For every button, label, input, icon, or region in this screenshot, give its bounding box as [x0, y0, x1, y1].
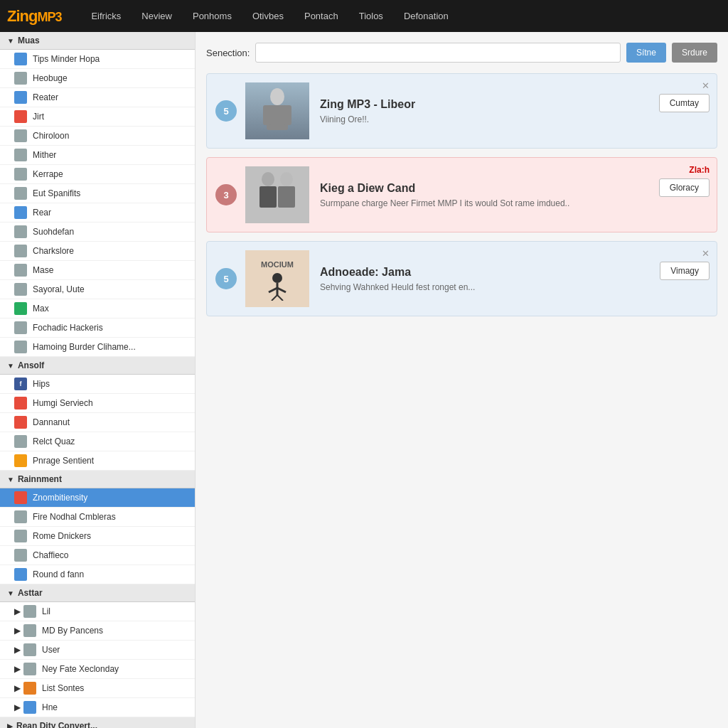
arrow-icon: ▼ [7, 476, 14, 483]
sidebar-item-2-2[interactable]: Rome Dnickers [0, 527, 195, 546]
sidebar-item-0-0[interactable]: Tips Minder Hopa [0, 50, 195, 69]
item-label: Lil [42, 606, 50, 616]
sidebar-item-0-12[interactable]: Sayoral, Uute [0, 280, 195, 299]
card-action-button[interactable]: Cumtay [659, 94, 710, 112]
svg-point-8 [272, 273, 282, 283]
card-subtitle: Viining Ore!!. [320, 114, 708, 124]
item-label: MD By Pancens [42, 626, 103, 636]
item-icon [23, 624, 36, 637]
sidebar-item-0-6[interactable]: Kerrape [0, 165, 195, 184]
item-label: Hne [42, 702, 58, 712]
item-icon [14, 510, 27, 523]
card-action-button[interactable]: Gloracy [659, 178, 710, 197]
item-icon: f [14, 378, 27, 390]
item-label: Kerrape [33, 169, 63, 179]
sidebar-item-0-4[interactable]: Chiroloon [0, 127, 195, 146]
item-label: Znombitiensity [33, 493, 87, 503]
card-action-button[interactable]: Vimagy [660, 262, 710, 280]
sidebar-item-2-3[interactable]: Chaffieco [0, 546, 195, 565]
sidebar-item-0-7[interactable]: Eut Spanifits [0, 184, 195, 203]
sidebar-item-3-5[interactable]: ▶Hne [0, 698, 195, 717]
item-label: Max [33, 304, 49, 314]
nav-item-neview[interactable]: Neview [133, 7, 181, 25]
item-icon [14, 110, 27, 123]
card-2: 5MOCIUMAdnoeade: JamaSehving Wahnked Heu… [206, 241, 717, 316]
item-icon [23, 643, 36, 656]
sidebar-item-1-4[interactable]: Pnrage Sentient [0, 451, 195, 471]
sidebar-item-3-0[interactable]: ▶Lil [0, 602, 195, 621]
sidebar-item-2-0[interactable]: Znombitiensity [0, 488, 195, 508]
svg-line-12 [272, 295, 277, 301]
item-label: Tips Minder Hopa [33, 54, 100, 64]
sidebar-item-0-15[interactable]: Hamoing Burder Clihame... [0, 338, 195, 357]
item-label: Fochadic Hackeris [33, 323, 103, 333]
sidebar-section-1[interactable]: ▼Ansolf [0, 357, 195, 375]
sidebar-item-2-4[interactable]: Round d fann [0, 565, 195, 584]
sidebar-item-3-4[interactable]: ▶List Sontes [0, 679, 195, 698]
item-label: Round d fann [33, 569, 84, 579]
card-title: Adnoeade: Jama [320, 266, 708, 279]
sidebar-item-3-3[interactable]: ▶Ney Fate Xeclonday [0, 660, 195, 679]
svg-rect-3 [283, 105, 291, 125]
svg-point-0 [270, 88, 284, 105]
item-label: Rome Dnickers [33, 531, 91, 541]
item-icon [14, 245, 27, 257]
sidebar-item-0-3[interactable]: Jirt [0, 107, 195, 127]
item-label: Relct Quaz [33, 437, 75, 446]
card-0: 5Zing MP3 - LibeorViining Ore!!.✕Cumtay [206, 73, 717, 149]
item-label: Pnrage Sentient [33, 456, 94, 466]
sidebar-item-3-1[interactable]: ▶MD By Pancens [0, 621, 195, 641]
expand-icon: ▶ [14, 606, 21, 616]
sidebar-section-3[interactable]: ▼Asttar [0, 584, 195, 602]
search-input[interactable] [255, 43, 621, 63]
sidebar-item-1-3[interactable]: Relct Quaz [0, 432, 195, 451]
item-label: Reater [33, 92, 58, 102]
sidebar-item-0-10[interactable]: Charkslore [0, 242, 195, 261]
sidebar-item-1-2[interactable]: Dannanut [0, 413, 195, 432]
close-button[interactable]: ✕ [702, 81, 710, 90]
item-icon [14, 283, 27, 296]
expand-icon: ▶ [14, 626, 21, 636]
sidebar-item-1-1[interactable]: Humgi Serviech [0, 394, 195, 413]
item-label: Suohdefan [33, 227, 74, 237]
item-label: Chaffieco [33, 550, 68, 560]
section-title: Muas [18, 36, 40, 46]
sidebar-item-0-5[interactable]: Mither [0, 146, 195, 165]
sidebar-item-0-2[interactable]: Reater [0, 88, 195, 107]
card-thumbnail: MOCIUM [245, 250, 309, 307]
sidebar-item-2-1[interactable]: Fire Nodhal Cmbleras [0, 508, 195, 527]
sidebar-section-2[interactable]: ▼Rainnment [0, 471, 195, 488]
content-area: Senection: Sítne Srdure 5Zing MP3 - Libe… [196, 32, 728, 728]
item-icon [14, 397, 27, 410]
sidebar-item-0-11[interactable]: Mase [0, 261, 195, 280]
nav-item-pontach[interactable]: Pontach [296, 7, 347, 25]
sidebar-item-1-0[interactable]: fHips [0, 375, 195, 394]
item-label: Heobuge [33, 73, 68, 83]
search-button[interactable]: Sítne [626, 43, 666, 63]
logo: ZingMP3 [7, 7, 61, 26]
nav-item-ponhoms[interactable]: Ponhoms [184, 7, 240, 25]
sidebar-item-3-2[interactable]: ▶User [0, 641, 195, 660]
card-info: Zing MP3 - LibeorViining Ore!!. [320, 98, 708, 124]
sidebar-item-0-1[interactable]: Heobuge [0, 69, 195, 88]
card-number: 5 [215, 100, 237, 122]
nav-item-defonation[interactable]: Defonation [395, 7, 457, 25]
sidebar-item-0-8[interactable]: Rear [0, 203, 195, 223]
main-nav: EifricksNeviewPonhomsOtivbesPontachTiolo… [82, 7, 456, 25]
card-info: Adnoeade: JamaSehving Wahnked Heuld fest… [320, 266, 708, 292]
nav-item-tiolos[interactable]: Tiolos [350, 7, 392, 25]
arrow-icon: ▼ [7, 589, 14, 597]
item-icon [14, 435, 27, 448]
nav-item-otivbes[interactable]: Otivbes [244, 7, 292, 25]
main-layout: ▼MuasTips Minder HopaHeobugeReaterJirtCh… [0, 32, 728, 728]
nav-item-eifricks[interactable]: Eifricks [82, 7, 129, 25]
sidebar-item-0-13[interactable]: Max [0, 299, 195, 318]
sidebar-item-0-9[interactable]: Suohdefan [0, 223, 195, 242]
item-icon [23, 605, 36, 618]
close-button[interactable]: ✕ [702, 249, 710, 258]
sidebar-item-0-14[interactable]: Fochadic Hackeris [0, 318, 195, 338]
arrow-icon: ▼ [7, 362, 14, 370]
clear-button[interactable]: Srdure [672, 43, 717, 63]
sidebar-footer-section-0[interactable]: ▶Rean Dity Conyert... [0, 717, 195, 728]
sidebar-section-0[interactable]: ▼Muas [0, 32, 195, 50]
